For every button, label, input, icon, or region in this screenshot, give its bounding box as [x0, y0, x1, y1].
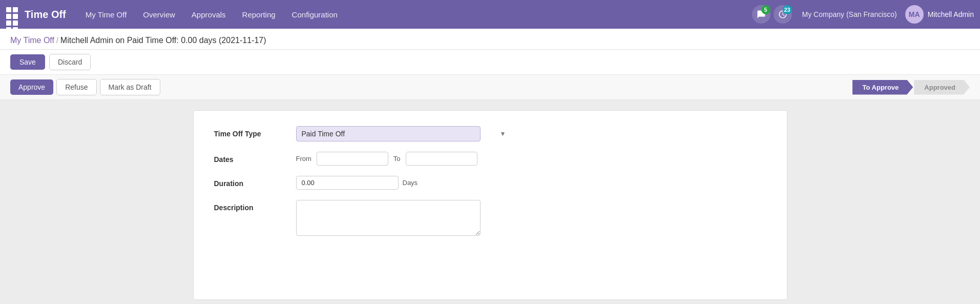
breadcrumb-bar: My Time Off / Mitchell Admin on Paid Tim…: [0, 29, 980, 50]
avatar: MA: [905, 5, 924, 24]
discard-button[interactable]: Discard: [49, 54, 91, 70]
description-textarea[interactable]: [296, 200, 481, 236]
dates-label: Dates: [214, 152, 296, 164]
select-arrow-icon: ▼: [500, 130, 506, 137]
duration-inputs: Days: [296, 176, 511, 190]
duration-unit: Days: [403, 179, 418, 187]
duration-field: Days: [296, 176, 511, 190]
status-approved[interactable]: Approved: [914, 80, 970, 95]
toolbar: Save Discard: [0, 50, 980, 75]
duration-label: Duration: [214, 176, 296, 188]
duration-row: Duration Days: [214, 176, 766, 190]
time-off-type-select-wrapper: Paid Time Off ▼: [296, 126, 511, 141]
breadcrumb-separator: /: [56, 36, 58, 45]
breadcrumb: My Time Off / Mitchell Admin on Paid Tim…: [10, 36, 970, 45]
nav-my-time-off[interactable]: My Time Off: [78, 7, 134, 22]
time-off-type-row: Time Off Type Paid Time Off ▼: [214, 126, 766, 141]
mark-draft-button[interactable]: Mark as Draft: [100, 79, 160, 95]
approve-button[interactable]: Approve: [10, 79, 53, 95]
app-logo: Time Off: [25, 9, 66, 21]
status-pipeline: To Approve Approved: [852, 80, 970, 95]
to-label: To: [393, 155, 401, 163]
nav-approvals[interactable]: Approvals: [184, 7, 233, 22]
main-content: Time Off Type Paid Time Off ▼ Dates From…: [0, 100, 980, 304]
top-navigation: Time Off My Time Off Overview Approvals …: [0, 0, 980, 29]
duration-input[interactable]: [296, 176, 399, 190]
time-off-type-field: Paid Time Off ▼: [296, 126, 511, 141]
refuse-button[interactable]: Refuse: [56, 79, 96, 95]
nav-overview[interactable]: Overview: [136, 7, 182, 22]
description-label: Description: [214, 200, 296, 212]
chat-badge: 5: [761, 5, 770, 14]
description-field: [296, 200, 511, 238]
time-off-type-select[interactable]: Paid Time Off: [296, 126, 481, 141]
to-date-input[interactable]: [406, 152, 477, 166]
from-label: From: [296, 155, 311, 163]
from-date-input[interactable]: [317, 152, 388, 166]
clock-notification-button[interactable]: 23: [774, 5, 792, 24]
breadcrumb-link[interactable]: My Time Off: [10, 36, 54, 45]
save-button[interactable]: Save: [10, 54, 45, 70]
form-card: Time Off Type Paid Time Off ▼ Dates From…: [193, 110, 787, 300]
dates-row: Dates From To: [214, 152, 766, 166]
nav-configuration[interactable]: Configuration: [285, 7, 345, 22]
dates-inputs: From To: [296, 152, 511, 166]
status-to-approve[interactable]: To Approve: [852, 80, 913, 95]
clock-badge: 23: [783, 5, 792, 14]
company-name: My Company (San Francisco): [802, 10, 897, 18]
description-row: Description: [214, 200, 766, 238]
nav-reporting[interactable]: Reporting: [235, 7, 283, 22]
status-bar: Approve Refuse Mark as Draft To Approve …: [0, 75, 980, 100]
time-off-type-label: Time Off Type: [214, 126, 296, 138]
dates-field: From To: [296, 152, 511, 166]
notification-icons: 5 23: [752, 5, 792, 24]
chat-notification-button[interactable]: 5: [752, 5, 770, 24]
user-menu[interactable]: MA Mitchell Admin: [905, 5, 974, 24]
username: Mitchell Admin: [928, 10, 974, 18]
breadcrumb-current: Mitchell Admin on Paid Time Off: 0.00 da…: [60, 36, 266, 45]
apps-menu-icon[interactable]: [6, 7, 20, 22]
